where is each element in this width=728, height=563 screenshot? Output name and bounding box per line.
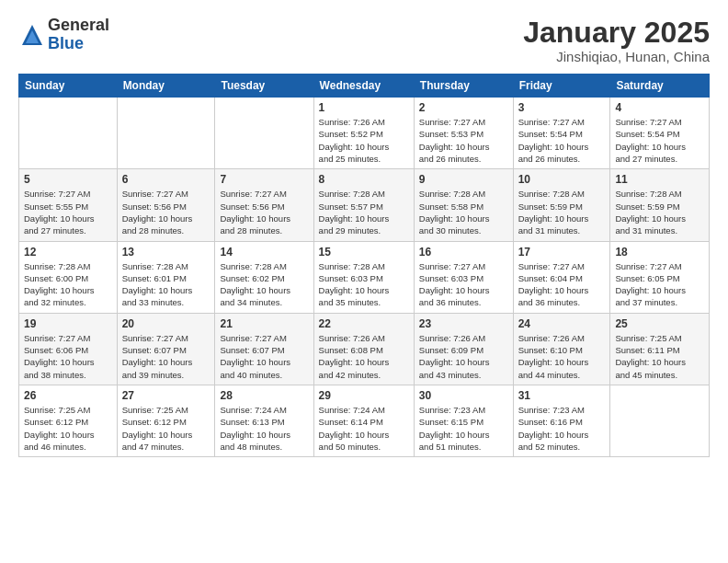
day-number: 22 <box>319 317 409 330</box>
day-info: Sunrise: 7:27 AM Sunset: 6:07 PM Dayligh… <box>220 332 308 381</box>
weekday-header-tuesday: Tuesday <box>215 75 313 98</box>
calendar-cell: 1Sunrise: 7:26 AM Sunset: 5:52 PM Daylig… <box>313 98 414 169</box>
day-number: 6 <box>122 173 210 186</box>
day-number: 18 <box>615 246 704 259</box>
weekday-header-wednesday: Wednesday <box>313 75 414 98</box>
weekday-header-sunday: Sunday <box>19 75 118 98</box>
day-info: Sunrise: 7:27 AM Sunset: 5:53 PM Dayligh… <box>419 116 508 165</box>
calendar-cell: 20Sunrise: 7:27 AM Sunset: 6:07 PM Dayli… <box>117 313 215 385</box>
calendar-cell: 21Sunrise: 7:27 AM Sunset: 6:07 PM Dayli… <box>215 313 313 385</box>
day-info: Sunrise: 7:28 AM Sunset: 5:58 PM Dayligh… <box>419 188 508 236</box>
week-row-2: 12Sunrise: 7:28 AM Sunset: 6:00 PM Dayli… <box>19 241 710 313</box>
week-row-1: 5Sunrise: 7:27 AM Sunset: 5:55 PM Daylig… <box>19 169 710 241</box>
calendar-cell <box>215 98 313 169</box>
calendar-cell: 28Sunrise: 7:24 AM Sunset: 6:13 PM Dayli… <box>215 385 313 456</box>
day-info: Sunrise: 7:28 AM Sunset: 6:02 PM Dayligh… <box>220 260 308 309</box>
day-number: 19 <box>24 317 112 330</box>
day-number: 29 <box>319 389 409 402</box>
logo: General Blue <box>18 17 109 53</box>
week-row-0: 1Sunrise: 7:26 AM Sunset: 5:52 PM Daylig… <box>19 98 710 169</box>
calendar-cell: 17Sunrise: 7:27 AM Sunset: 6:04 PM Dayli… <box>513 241 610 313</box>
day-info: Sunrise: 7:27 AM Sunset: 6:07 PM Dayligh… <box>122 332 210 381</box>
calendar-cell <box>117 98 215 169</box>
calendar-cell <box>610 385 710 456</box>
week-row-4: 26Sunrise: 7:25 AM Sunset: 6:12 PM Dayli… <box>19 385 710 456</box>
calendar-cell: 9Sunrise: 7:28 AM Sunset: 5:58 PM Daylig… <box>414 169 513 241</box>
day-info: Sunrise: 7:27 AM Sunset: 6:06 PM Dayligh… <box>24 332 112 381</box>
calendar-cell: 29Sunrise: 7:24 AM Sunset: 6:14 PM Dayli… <box>313 385 414 456</box>
calendar-cell: 27Sunrise: 7:25 AM Sunset: 6:12 PM Dayli… <box>117 385 215 456</box>
day-number: 25 <box>615 317 704 330</box>
calendar-cell <box>19 98 118 169</box>
day-number: 3 <box>518 101 606 114</box>
logo-general-text: General <box>48 17 109 35</box>
calendar-cell: 8Sunrise: 7:28 AM Sunset: 5:57 PM Daylig… <box>313 169 414 241</box>
page: General Blue January 2025 Jinshiqiao, Hu… <box>0 0 728 563</box>
day-info: Sunrise: 7:27 AM Sunset: 5:56 PM Dayligh… <box>122 188 210 236</box>
calendar-location: Jinshiqiao, Hunan, China <box>523 49 710 64</box>
calendar-cell: 13Sunrise: 7:28 AM Sunset: 6:01 PM Dayli… <box>117 241 215 313</box>
day-info: Sunrise: 7:27 AM Sunset: 6:03 PM Dayligh… <box>419 260 508 309</box>
day-info: Sunrise: 7:27 AM Sunset: 6:05 PM Dayligh… <box>615 260 704 309</box>
day-info: Sunrise: 7:28 AM Sunset: 6:01 PM Dayligh… <box>122 260 210 309</box>
logo-icon <box>18 21 46 49</box>
day-info: Sunrise: 7:25 AM Sunset: 6:12 PM Dayligh… <box>24 404 112 453</box>
calendar-cell: 26Sunrise: 7:25 AM Sunset: 6:12 PM Dayli… <box>19 385 118 456</box>
day-info: Sunrise: 7:24 AM Sunset: 6:13 PM Dayligh… <box>220 404 308 453</box>
day-info: Sunrise: 7:23 AM Sunset: 6:16 PM Dayligh… <box>518 404 606 453</box>
day-number: 9 <box>419 173 508 186</box>
day-info: Sunrise: 7:28 AM Sunset: 6:00 PM Dayligh… <box>24 260 112 309</box>
day-number: 30 <box>419 389 508 402</box>
calendar-cell: 30Sunrise: 7:23 AM Sunset: 6:15 PM Dayli… <box>414 385 513 456</box>
weekday-header-monday: Monday <box>117 75 215 98</box>
day-info: Sunrise: 7:25 AM Sunset: 6:12 PM Dayligh… <box>122 404 210 453</box>
calendar-cell: 31Sunrise: 7:23 AM Sunset: 6:16 PM Dayli… <box>513 385 610 456</box>
day-number: 20 <box>122 317 210 330</box>
header: General Blue January 2025 Jinshiqiao, Hu… <box>18 17 710 64</box>
day-number: 16 <box>419 246 508 259</box>
day-number: 28 <box>220 389 308 402</box>
day-info: Sunrise: 7:23 AM Sunset: 6:15 PM Dayligh… <box>419 404 508 453</box>
day-info: Sunrise: 7:26 AM Sunset: 6:08 PM Dayligh… <box>319 332 409 381</box>
day-info: Sunrise: 7:27 AM Sunset: 6:04 PM Dayligh… <box>518 260 606 309</box>
calendar-cell: 6Sunrise: 7:27 AM Sunset: 5:56 PM Daylig… <box>117 169 215 241</box>
day-number: 2 <box>419 101 508 114</box>
day-info: Sunrise: 7:27 AM Sunset: 5:56 PM Dayligh… <box>220 188 308 236</box>
calendar-cell: 22Sunrise: 7:26 AM Sunset: 6:08 PM Dayli… <box>313 313 414 385</box>
calendar-cell: 14Sunrise: 7:28 AM Sunset: 6:02 PM Dayli… <box>215 241 313 313</box>
calendar-cell: 19Sunrise: 7:27 AM Sunset: 6:06 PM Dayli… <box>19 313 118 385</box>
week-row-3: 19Sunrise: 7:27 AM Sunset: 6:06 PM Dayli… <box>19 313 710 385</box>
day-info: Sunrise: 7:28 AM Sunset: 5:59 PM Dayligh… <box>518 188 606 236</box>
day-number: 31 <box>518 389 606 402</box>
calendar-cell: 5Sunrise: 7:27 AM Sunset: 5:55 PM Daylig… <box>19 169 118 241</box>
calendar-cell: 18Sunrise: 7:27 AM Sunset: 6:05 PM Dayli… <box>610 241 710 313</box>
logo-blue-text: Blue <box>48 35 109 53</box>
day-number: 8 <box>319 173 409 186</box>
day-info: Sunrise: 7:28 AM Sunset: 5:57 PM Dayligh… <box>319 188 409 236</box>
day-number: 14 <box>220 246 308 259</box>
day-info: Sunrise: 7:28 AM Sunset: 5:59 PM Dayligh… <box>615 188 704 236</box>
calendar-cell: 12Sunrise: 7:28 AM Sunset: 6:00 PM Dayli… <box>19 241 118 313</box>
day-info: Sunrise: 7:27 AM Sunset: 5:54 PM Dayligh… <box>615 116 704 165</box>
day-number: 4 <box>615 101 704 114</box>
calendar-cell: 24Sunrise: 7:26 AM Sunset: 6:10 PM Dayli… <box>513 313 610 385</box>
day-number: 15 <box>319 246 409 259</box>
logo-text: General Blue <box>48 17 109 53</box>
day-number: 17 <box>518 246 606 259</box>
day-info: Sunrise: 7:26 AM Sunset: 6:09 PM Dayligh… <box>419 332 508 381</box>
day-info: Sunrise: 7:26 AM Sunset: 6:10 PM Dayligh… <box>518 332 606 381</box>
calendar-cell: 10Sunrise: 7:28 AM Sunset: 5:59 PM Dayli… <box>513 169 610 241</box>
day-info: Sunrise: 7:24 AM Sunset: 6:14 PM Dayligh… <box>319 404 409 453</box>
calendar-title: January 2025 <box>523 17 710 49</box>
calendar-cell: 16Sunrise: 7:27 AM Sunset: 6:03 PM Dayli… <box>414 241 513 313</box>
weekday-header-friday: Friday <box>513 75 610 98</box>
day-number: 11 <box>615 173 704 186</box>
title-block: January 2025 Jinshiqiao, Hunan, China <box>523 17 710 64</box>
day-number: 27 <box>122 389 210 402</box>
day-number: 7 <box>220 173 308 186</box>
calendar-cell: 15Sunrise: 7:28 AM Sunset: 6:03 PM Dayli… <box>313 241 414 313</box>
calendar-cell: 25Sunrise: 7:25 AM Sunset: 6:11 PM Dayli… <box>610 313 710 385</box>
calendar-cell: 4Sunrise: 7:27 AM Sunset: 5:54 PM Daylig… <box>610 98 710 169</box>
day-number: 10 <box>518 173 606 186</box>
weekday-header-thursday: Thursday <box>414 75 513 98</box>
